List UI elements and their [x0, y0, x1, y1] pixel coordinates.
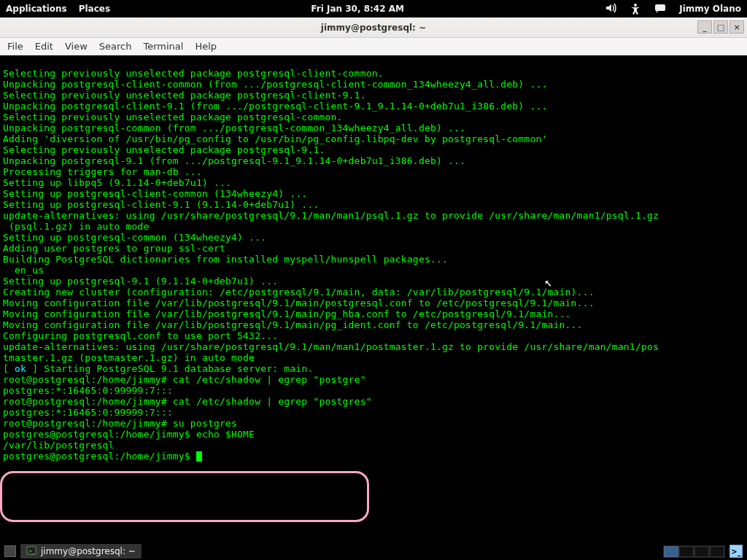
mouse-cursor: ↖ — [544, 276, 552, 287]
tray-terminal-icon[interactable]: >_ — [729, 545, 743, 558]
workspace-3[interactable] — [694, 546, 709, 557]
top-panel-right: Jimmy Olano — [605, 2, 741, 16]
top-panel-left: Applications Places — [6, 4, 110, 14]
accessibility-icon[interactable] — [630, 3, 641, 15]
menu-places[interactable]: Places — [79, 4, 110, 14]
menu-edit[interactable]: Edit — [35, 41, 53, 52]
svg-text:>_: >_ — [28, 548, 36, 553]
window-title: jimmy@postgresql: ~ — [321, 23, 426, 33]
terminal-window: jimmy@postgresql: ~ _ □ × File Edit View… — [0, 18, 747, 542]
volume-icon[interactable] — [605, 2, 616, 16]
panel-clock[interactable]: Fri Jan 30, 8:42 AM — [311, 4, 404, 14]
top-panel: Applications Places Fri Jan 30, 8:42 AM … — [0, 0, 747, 18]
minimize-button[interactable]: _ — [697, 20, 712, 34]
menu-applications[interactable]: Applications — [6, 4, 67, 14]
terminal-menubar: File Edit View Search Terminal Help — [0, 38, 747, 55]
user-menu[interactable]: Jimmy Olano — [679, 4, 741, 14]
maximize-button[interactable]: □ — [713, 20, 728, 34]
svg-rect-1 — [655, 4, 665, 11]
workspace-switcher[interactable] — [663, 545, 725, 558]
workspace-4[interactable] — [710, 546, 724, 557]
workspace-2[interactable] — [679, 546, 694, 557]
terminal-icon: >_ — [26, 545, 36, 558]
bottom-panel: >_ jimmy@postgresql: ~ >_ — [0, 542, 747, 560]
taskbar-item-label: jimmy@postgresql: ~ — [41, 546, 136, 556]
menu-view[interactable]: View — [65, 41, 88, 52]
window-controls: _ □ × — [697, 20, 744, 34]
taskbar-right: >_ — [663, 545, 743, 558]
terminal-output[interactable]: Selecting previously unselected package … — [0, 55, 747, 542]
taskbar-item-terminal[interactable]: >_ jimmy@postgresql: ~ — [20, 544, 142, 559]
show-desktop-icon[interactable] — [4, 545, 16, 557]
menu-search[interactable]: Search — [99, 41, 132, 52]
workspace-1[interactable] — [664, 546, 678, 557]
menu-help[interactable]: Help — [195, 41, 217, 52]
chat-icon[interactable] — [654, 3, 666, 15]
taskbar-left: >_ jimmy@postgresql: ~ — [4, 544, 142, 559]
window-titlebar[interactable]: jimmy@postgresql: ~ _ □ × — [0, 18, 747, 38]
menu-file[interactable]: File — [7, 41, 23, 52]
svg-point-0 — [634, 4, 637, 7]
close-button[interactable]: × — [729, 20, 744, 34]
menu-terminal[interactable]: Terminal — [143, 41, 183, 52]
annotation-highlight — [0, 471, 369, 522]
